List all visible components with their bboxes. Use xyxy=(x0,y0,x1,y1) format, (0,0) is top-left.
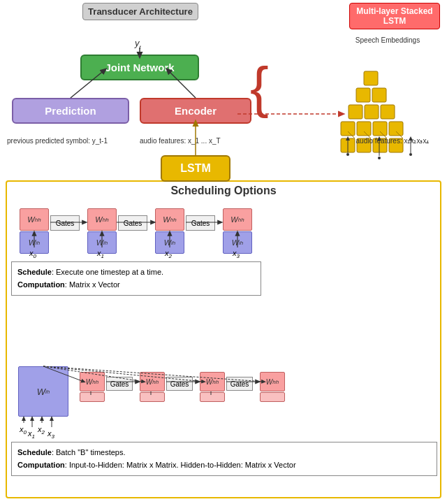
whh-3: Whh xyxy=(223,208,252,231)
speech-embeddings-label: Speech Embeddings xyxy=(339,36,437,44)
lstm-unit-2: Whh Wih xyxy=(155,208,184,254)
lstm-bottom-unit-2: Whh xyxy=(140,372,165,402)
gates-2: Gates xyxy=(186,215,215,231)
lstm-middle-box: LSTM xyxy=(161,155,230,182)
x1-label-top: x1 xyxy=(97,249,104,259)
schedule2-bold: Schedule xyxy=(17,448,52,456)
computation1-text: : Matrix x Vector xyxy=(65,280,120,289)
whh-b3-extra xyxy=(200,392,225,402)
computation1-bold: Computation xyxy=(17,280,65,289)
whh-b4-extra xyxy=(260,392,285,402)
lstm-unit-3: Whh Wih xyxy=(223,208,252,254)
whh-2: Whh xyxy=(155,208,184,231)
audio-features-right-label: audio features: x₁x₂x₃x₄ xyxy=(344,137,441,145)
svg-rect-7 xyxy=(389,122,403,136)
svg-rect-6 xyxy=(373,122,387,136)
yt-label: yt xyxy=(135,38,141,50)
x3-label-top: x3 xyxy=(233,249,240,259)
computation2-bold: Computation xyxy=(17,461,65,469)
gates-b3: Gates xyxy=(226,377,253,391)
arch-label: Transducer Architecture xyxy=(82,3,198,20)
lstm-unit-1: Whh Wih xyxy=(87,208,117,254)
whh-b2: Whh xyxy=(140,372,165,391)
wih-large-block: Wih xyxy=(18,366,68,417)
lstm-bottom-unit-3: Whh xyxy=(200,372,225,402)
joint-network-box: Joint Network xyxy=(80,55,199,80)
lstm-bottom-unit-1: Whh xyxy=(80,372,105,402)
top-section: Transducer Architecture Multi-layer Stac… xyxy=(0,0,447,196)
whh-0: Whh xyxy=(20,208,49,231)
schedule1-text: : Execute one timestep at a time. xyxy=(52,268,163,276)
audio-features-encoder-label: audio features: x_1 ... x_T xyxy=(140,137,265,145)
svg-rect-10 xyxy=(381,105,395,119)
x0-label-top: x0 xyxy=(29,249,36,259)
svg-rect-5 xyxy=(357,122,371,136)
schedule-text-box-2: Schedule: Batch "B" timesteps. Computati… xyxy=(11,442,437,476)
svg-rect-11 xyxy=(356,88,370,102)
svg-rect-13 xyxy=(364,71,378,85)
x3-label-bottom: x3 xyxy=(47,429,54,440)
svg-point-20 xyxy=(409,153,412,156)
svg-rect-9 xyxy=(365,105,379,119)
lstm-unit-0: Whh Wih xyxy=(20,208,49,254)
whh-b3: Whh xyxy=(200,372,225,391)
schedule2-text: : Batch "B" timesteps. xyxy=(52,448,126,456)
wih-large: Wih xyxy=(18,366,68,417)
schedule-text-box-1: Schedule: Execute one timestep at a time… xyxy=(11,261,261,296)
diagram-container: Transducer Architecture Multi-layer Stac… xyxy=(0,0,447,504)
prediction-box: Prediction xyxy=(12,98,129,124)
whh-b1: Whh xyxy=(80,372,105,391)
gates-b1: Gates xyxy=(106,377,133,391)
svg-rect-12 xyxy=(372,88,386,102)
svg-point-18 xyxy=(346,153,349,156)
whh-b1-extra xyxy=(80,392,105,402)
svg-rect-4 xyxy=(341,122,355,136)
whh-b2-extra xyxy=(140,392,165,402)
schedule1-bold: Schedule xyxy=(17,268,52,276)
whh-b4: Whh xyxy=(260,372,285,391)
prev-symbol-label: previous predicted symbol: y_t-1 xyxy=(7,137,133,145)
scheduling-title: Scheduling Options xyxy=(7,185,440,197)
computation2-text: : Input-to-Hidden: Matrix x Matrix. Hidd… xyxy=(65,461,296,469)
x0-label-bottom: x0 xyxy=(20,425,27,435)
encoder-box: Encoder xyxy=(140,98,251,124)
lstm-stacked-label: Multi-layer Stacked LSTM xyxy=(349,3,440,29)
lstm-bottom-unit-4: Whh xyxy=(260,372,285,402)
brace-symbol: { xyxy=(250,59,269,115)
svg-rect-8 xyxy=(349,105,362,119)
gates-b2: Gates xyxy=(166,377,193,391)
svg-point-19 xyxy=(378,157,381,159)
x2-label-top: x2 xyxy=(165,249,172,259)
gates-1: Gates xyxy=(118,215,147,231)
bottom-section: Scheduling Options Whh Wih Gates Whh Wih… xyxy=(6,180,441,498)
gates-0: Gates xyxy=(50,215,80,231)
whh-1: Whh xyxy=(87,208,117,231)
x1-label-bottom: x1 xyxy=(28,429,35,440)
x2-label-bottom: x2 xyxy=(38,425,45,435)
